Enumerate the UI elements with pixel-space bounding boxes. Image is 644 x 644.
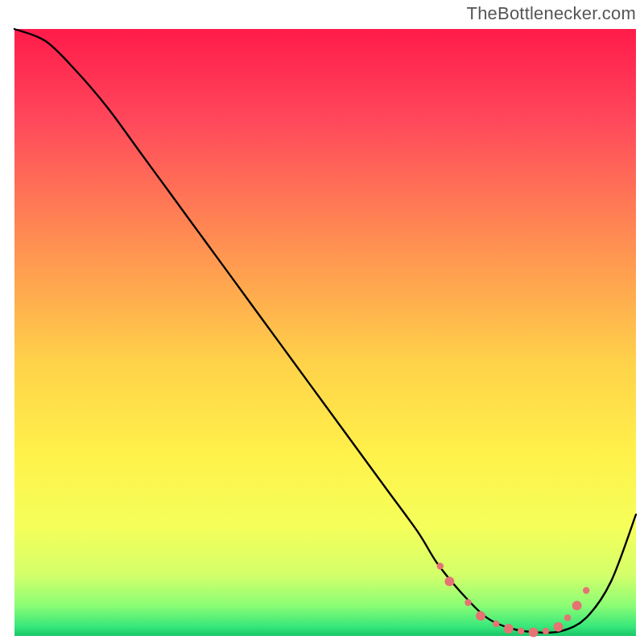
marker-dot xyxy=(444,576,454,586)
chart-frame: { "watermark": "TheBottlenecker.com", "c… xyxy=(0,0,644,644)
marker-dot xyxy=(564,614,571,621)
bottleneck-chart xyxy=(0,0,644,644)
marker-dot xyxy=(464,599,471,605)
marker-dot xyxy=(437,563,444,569)
plot-background xyxy=(14,29,636,636)
marker-dot xyxy=(476,611,485,621)
marker-dot xyxy=(493,621,499,627)
marker-dot xyxy=(583,587,589,593)
marker-dot xyxy=(529,627,539,637)
marker-dot xyxy=(543,628,549,634)
marker-dot xyxy=(504,624,514,634)
marker-dot xyxy=(572,601,582,610)
marker-dot xyxy=(554,622,564,632)
marker-dot xyxy=(518,628,524,634)
